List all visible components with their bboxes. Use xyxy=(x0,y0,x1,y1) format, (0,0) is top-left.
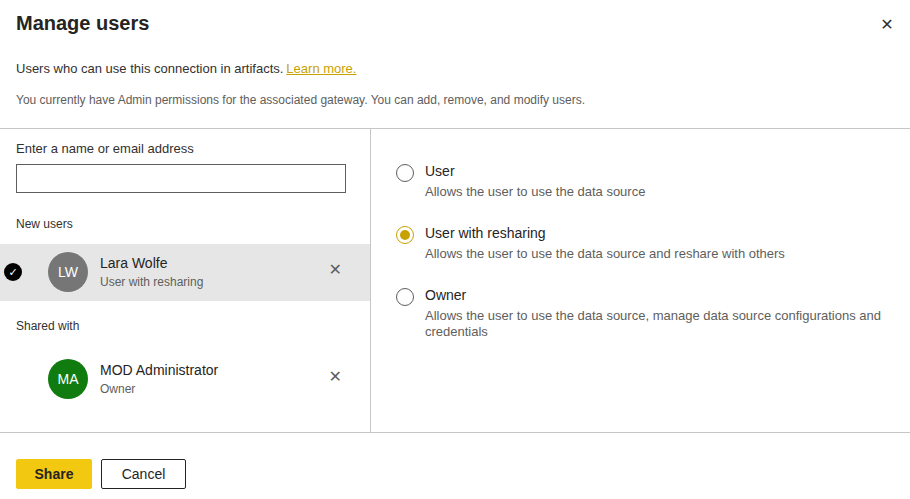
new-users-label: New users xyxy=(16,217,73,231)
footer-divider xyxy=(0,432,910,433)
panel-divider xyxy=(370,129,371,432)
selected-check-icon: ✓ xyxy=(4,263,22,281)
radio-description: Allows the user to use the data source, … xyxy=(425,308,897,340)
user-row[interactable]: ✓ MA MOD Administrator Owner ✕ xyxy=(0,351,370,408)
close-icon: ✕ xyxy=(880,16,893,33)
radio-icon xyxy=(396,164,414,182)
radio-label: User with resharing xyxy=(425,225,785,241)
radio-icon xyxy=(396,288,414,306)
header-divider xyxy=(0,128,910,129)
remove-user-button[interactable]: ✕ xyxy=(329,260,342,279)
dialog-subtitle: Users who can use this connection in art… xyxy=(16,61,356,76)
radio-description: Allows the user to use the data source a… xyxy=(425,246,785,262)
avatar: LW xyxy=(48,252,88,292)
remove-icon: ✕ xyxy=(329,261,342,278)
permissions-note: You currently have Admin permissions for… xyxy=(16,93,585,107)
permission-radio-group: User Allows the user to use the data sou… xyxy=(396,163,897,340)
radio-option-user-with-resharing[interactable]: User with resharing Allows the user to u… xyxy=(396,225,897,262)
radio-option-user[interactable]: User Allows the user to use the data sou… xyxy=(396,163,897,200)
cancel-button[interactable]: Cancel xyxy=(101,459,186,489)
radio-label: Owner xyxy=(425,287,897,303)
manage-users-dialog: Manage users ✕ Users who can use this co… xyxy=(0,0,910,499)
user-role: User with resharing xyxy=(100,275,203,289)
remove-user-button[interactable]: ✕ xyxy=(329,367,342,386)
radio-option-owner[interactable]: Owner Allows the user to use the data so… xyxy=(396,287,897,340)
page-title: Manage users xyxy=(16,12,149,35)
radio-label: User xyxy=(425,163,645,179)
radio-icon xyxy=(396,226,414,244)
user-name: MOD Administrator xyxy=(100,362,218,378)
close-button[interactable]: ✕ xyxy=(874,12,900,38)
radio-description: Allows the user to use the data source xyxy=(425,184,645,200)
remove-icon: ✕ xyxy=(329,368,342,385)
subtitle-text: Users who can use this connection in art… xyxy=(16,61,283,76)
learn-more-link[interactable]: Learn more. xyxy=(286,61,356,76)
shared-with-label: Shared with xyxy=(16,319,79,333)
avatar: MA xyxy=(48,359,88,399)
user-row[interactable]: ✓ LW Lara Wolfe User with resharing ✕ xyxy=(0,244,370,301)
search-label: Enter a name or email address xyxy=(16,141,194,156)
share-button[interactable]: Share xyxy=(16,459,92,489)
search-input[interactable] xyxy=(16,164,346,193)
user-role: Owner xyxy=(100,382,135,396)
user-name: Lara Wolfe xyxy=(100,255,167,271)
